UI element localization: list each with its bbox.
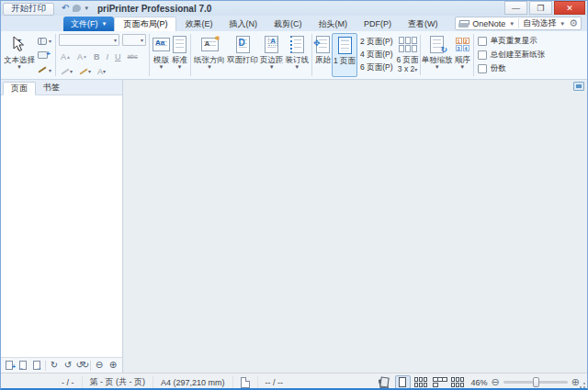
checkbox-repeat-single-page[interactable]: 单页重复显示	[478, 36, 546, 47]
rotate-cw-button[interactable]: ↻	[48, 359, 61, 372]
close-button[interactable]: ✕	[554, 1, 585, 15]
zoom-slider[interactable]	[503, 381, 568, 384]
checkbox-copies[interactable]: 份数	[478, 63, 546, 74]
tab-pdf[interactable]: PDF(P)	[356, 17, 400, 31]
underline-button[interactable]: U	[113, 52, 123, 61]
checkbox-create-new-paper[interactable]: 总创建至新纸张	[478, 50, 546, 61]
continuous-view-button[interactable]	[413, 375, 429, 389]
duplex-button[interactable]: D 双面打印 ▼	[226, 33, 259, 77]
orientation-button[interactable]: A✱ 纸张方向 ▼	[193, 33, 226, 77]
view-mode-buttons	[377, 375, 466, 389]
ribbon-tab-row: 文件(F) ▼ 页面布局(P) 效果(E) 插入(N) 裁剪(C) 抬头(M) …	[1, 16, 587, 31]
panel-tab-bookmarks[interactable]: 书签	[36, 81, 67, 95]
two-pages-button[interactable]: 2 页面(P)	[357, 36, 395, 49]
new-page-button[interactable]: +	[3, 359, 16, 372]
six-pages-grid-button[interactable]: 6 页面 3 x 2▾	[396, 33, 420, 77]
templates-button[interactable]: Aa 模版 ▼	[152, 33, 171, 77]
find-button[interactable]: ▾	[36, 34, 53, 47]
font-size-combo[interactable]: ▾	[122, 34, 146, 46]
four-pages-button[interactable]: 4 页面(P)	[357, 49, 395, 61]
paper-mode[interactable]: 自动选择	[523, 17, 556, 29]
binoculars-icon	[38, 38, 47, 43]
checkbox-icon[interactable]	[478, 64, 487, 73]
grid-icon	[433, 377, 446, 387]
insert-after-icon: →	[33, 361, 40, 370]
pen-button[interactable]: ▾	[36, 63, 53, 76]
checkbox-label: 份数	[491, 63, 506, 74]
insert-page-after-button[interactable]: →	[30, 359, 43, 372]
chevron-down-icon[interactable]: ▼	[560, 21, 565, 27]
snapshot-button[interactable]	[36, 49, 53, 61]
multi-page-view-button[interactable]	[377, 375, 392, 389]
tab-letterhead[interactable]: 抬头(M)	[310, 17, 356, 31]
chevron-down-icon: ▼	[435, 64, 440, 70]
divider	[90, 361, 91, 371]
start-print-button[interactable]: 开始打印	[3, 3, 54, 16]
order-button[interactable]: 1 2 3 4 顺序 ▼	[454, 33, 471, 77]
paper-size[interactable]: A4 (297,210 mm)	[153, 376, 232, 389]
quick-access-toolbar: ↶ ▾	[62, 4, 88, 13]
gear-icon[interactable]: ⚙	[569, 18, 578, 28]
rotate-180-button[interactable]: ↺↻	[75, 359, 88, 372]
page-curl-icon[interactable]	[573, 82, 584, 91]
strikethrough-button[interactable]: abc	[125, 52, 139, 61]
paper-orientation-icon[interactable]	[241, 377, 250, 388]
margins-button[interactable]: A 页边距 ▼	[259, 33, 285, 77]
grow-font-button[interactable]: A▲	[59, 52, 73, 61]
bold-button[interactable]: B	[92, 52, 102, 61]
document-canvas[interactable]	[123, 80, 587, 373]
rotate-ccw-button[interactable]: ↺	[62, 359, 74, 372]
tab-crop[interactable]: 裁剪(C)	[266, 17, 311, 31]
rotate-180-icon: ↺↻	[76, 361, 88, 370]
resize-grip[interactable]	[578, 382, 586, 390]
layout-group: ✥ 原始 1 页面 2 页面(P) 4 页面(P) 6 页面(P) 6 页面 3…	[312, 32, 473, 78]
normal-layout-button[interactable]: 标准 ▼	[171, 33, 188, 77]
checkbox-icon[interactable]	[478, 37, 487, 46]
italic-button[interactable]: I	[104, 52, 110, 61]
page-count-options: 2 页面(P) 4 页面(P) 6 页面(P)	[357, 33, 395, 77]
tab-insert[interactable]: 插入(N)	[220, 17, 266, 31]
original-layout-button[interactable]: ✥ 原始	[314, 33, 332, 77]
checkbox-icon[interactable]	[478, 50, 487, 60]
insert-page-before-button[interactable]: →	[17, 359, 29, 372]
tab-file[interactable]: 文件(F) ▼	[63, 17, 114, 31]
font-color-button[interactable]: A▾	[96, 67, 107, 76]
one-page-button[interactable]: 1 页面	[332, 33, 357, 77]
pages-thumbnail-list[interactable]	[1, 95, 122, 357]
gutter-button[interactable]: 装订线 ▼	[285, 33, 311, 77]
page-indicator[interactable]: 第 - 页 (共 - 页)	[82, 376, 153, 389]
zoom-in-thumbs-button[interactable]: ⊕	[107, 359, 119, 372]
page-setup-group: A✱ 纸张方向 ▼ D 双面打印 ▼ A 页边距 ▼ 装订线 ▼	[191, 32, 311, 78]
minimize-button[interactable]: —	[504, 1, 527, 15]
printer-name[interactable]: OneNote	[472, 19, 505, 28]
status-bar: - / - 第 - 页 (共 - 页) A4 (297,210 mm) -- /…	[1, 373, 587, 390]
zoom-out-icon[interactable]: ⊖	[492, 377, 500, 387]
format-eraser-button[interactable]: ▾	[59, 67, 74, 76]
single-page-view-button[interactable]	[395, 375, 411, 389]
chevron-down-icon[interactable]: ▼	[509, 21, 514, 27]
panel-tab-pages[interactable]: 页面	[3, 82, 36, 95]
undo-icon[interactable]: ↶	[62, 4, 69, 13]
independent-zoom-button[interactable]: ↻ 单独缩放 ▼	[421, 33, 454, 77]
zoom-out-thumbs-button[interactable]: ⊖	[93, 359, 106, 372]
side-panel: 页面 书签 + → → ↻ ↺ ↺↻ ⊖ ⊕	[1, 80, 123, 373]
tab-effects[interactable]: 效果(E)	[176, 17, 220, 31]
thumbnails-view-button[interactable]	[450, 375, 466, 389]
font-name-combo[interactable]: ▾	[59, 34, 119, 46]
facing-view-button[interactable]	[432, 375, 447, 389]
highlight-button[interactable]: ▾	[77, 67, 93, 76]
divider	[45, 361, 46, 371]
zoom-level: 46%	[471, 378, 488, 387]
chevron-down-icon: ▼	[269, 64, 275, 70]
shrink-font-button[interactable]: A▼	[75, 52, 89, 61]
feedback-balloon-icon[interactable]	[73, 5, 81, 12]
restore-button[interactable]: ❐	[529, 1, 552, 15]
six-pages-button[interactable]: 6 页面(P)	[357, 61, 395, 74]
zoom-control: 46% ⊖ ⊕	[471, 377, 580, 387]
eraser-icon	[61, 68, 69, 74]
tab-view[interactable]: 查看(W)	[400, 17, 447, 31]
zoom-slider-thumb[interactable]	[533, 377, 539, 387]
options-group: 单页重复显示 总创建至新纸张 份数	[474, 32, 549, 78]
qat-customize-icon[interactable]: ▾	[85, 5, 88, 12]
tab-page-layout[interactable]: 页面布局(P)	[114, 17, 176, 31]
